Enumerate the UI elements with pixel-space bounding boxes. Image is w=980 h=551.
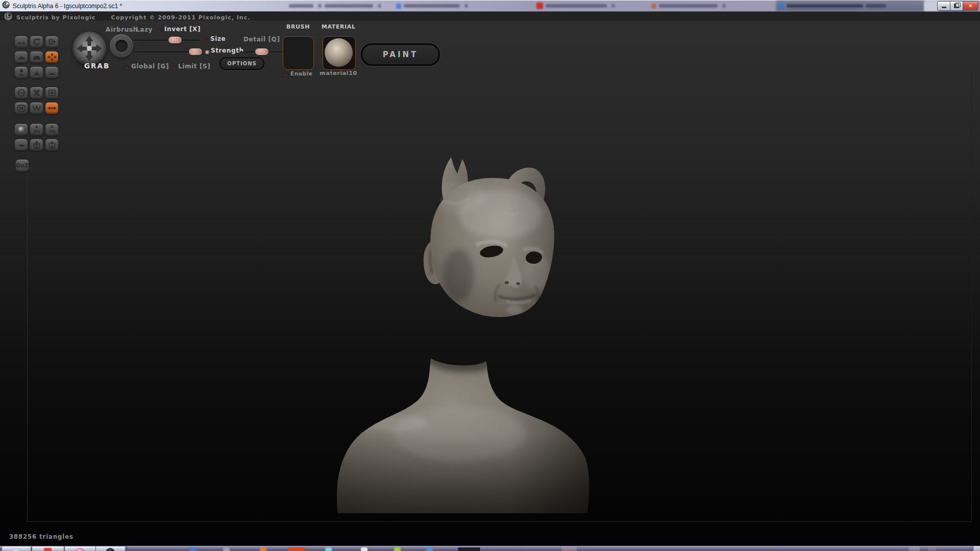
taskbar-app-button[interactable] xyxy=(32,546,64,551)
taskbar[interactable] xyxy=(0,546,980,551)
browser-tab[interactable] xyxy=(533,1,636,11)
taskbar-tray-icon[interactable] xyxy=(223,547,230,551)
tool-new-sphere-button[interactable] xyxy=(14,123,28,136)
material-sphere-preview xyxy=(325,38,353,67)
tool-subdivide-all-button[interactable] xyxy=(45,87,59,99)
window-titlebar[interactable]: Sculptris Alpha 6 - tgsculptcompo2.sc1 *… xyxy=(0,0,980,12)
strength-label[interactable]: Strength xyxy=(211,47,244,54)
browser-tab[interactable] xyxy=(776,1,927,11)
goz-button[interactable]: GoZ xyxy=(15,159,29,172)
triangle-count: 388256 triangles xyxy=(9,533,74,540)
tool-wireframe-button[interactable] xyxy=(30,102,43,114)
viewport-right-edge xyxy=(971,71,972,522)
brush-enable-radio[interactable] xyxy=(284,73,288,77)
tool-draw-button[interactable] xyxy=(14,51,28,63)
tool-crease-button[interactable] xyxy=(14,36,28,48)
size-label[interactable]: Size xyxy=(210,35,226,42)
material-panel-title: MATERIAL xyxy=(322,23,355,30)
sculpted-bust-model[interactable] xyxy=(306,148,623,520)
svg-text:M: M xyxy=(19,106,23,111)
tool-rotate-button[interactable] xyxy=(30,36,43,48)
taskbar-app-button[interactable] xyxy=(96,546,125,551)
size-slider[interactable] xyxy=(134,40,200,41)
invert-radio[interactable] xyxy=(158,29,162,33)
strength-radio[interactable] xyxy=(205,50,209,54)
brush-panel-title: BRUSH xyxy=(283,23,313,30)
taskbar-app-icon xyxy=(12,548,21,551)
taskbar-highlight xyxy=(909,547,920,551)
paint-mode-button[interactable]: PAINT xyxy=(361,43,440,66)
tool-flatten-button[interactable] xyxy=(30,51,43,63)
viewport-left-edge xyxy=(27,71,28,522)
tool-import-obj-button[interactable]: OBJ xyxy=(30,123,43,136)
taskbar-tray-icon[interactable] xyxy=(325,547,332,551)
restore-button[interactable] xyxy=(950,1,963,11)
taskbar-window-thumbnail[interactable] xyxy=(457,547,481,551)
airbrush-label[interactable]: Airbrush xyxy=(106,26,138,33)
window-title: Sculptris Alpha 6 - tgsculptcompo2.sc1 * xyxy=(13,3,122,10)
tool-smooth-button[interactable] xyxy=(45,66,59,79)
options-button[interactable]: OPTIONS xyxy=(219,57,264,70)
grab-navigation-ball[interactable] xyxy=(72,32,106,65)
tool-inflate-button[interactable] xyxy=(14,66,28,79)
tool-pinch-button[interactable] xyxy=(30,66,43,79)
tool-grab-button[interactable] xyxy=(45,51,59,63)
global-label[interactable]: Global [G] xyxy=(131,63,169,70)
brand-text: Sculptris by Pixologic xyxy=(16,14,96,21)
screen: Sculptris Alpha 6 - tgsculptcompo2.sc1 *… xyxy=(0,0,980,551)
strength-slider-handle[interactable] xyxy=(189,48,202,55)
taskbar-app-button[interactable] xyxy=(2,546,31,551)
tool-export-obj-button[interactable]: OBJ xyxy=(45,123,59,136)
tool-reduce-selected-button[interactable] xyxy=(30,87,43,99)
global-radio[interactable] xyxy=(125,66,129,70)
lazy-ring-button[interactable] xyxy=(110,34,133,58)
material-name: material10 xyxy=(320,70,357,77)
size-radio[interactable] xyxy=(204,38,208,42)
taskbar-tray-icon[interactable] xyxy=(260,547,266,551)
background-browser-tabs xyxy=(240,0,939,11)
tool-mask-button[interactable]: M xyxy=(14,102,28,114)
taskbar-app-button[interactable] xyxy=(65,546,95,551)
detail-slider-handle[interactable] xyxy=(255,48,268,55)
taskbar-tray-icon[interactable] xyxy=(426,547,433,551)
tool-open-file-button[interactable] xyxy=(30,139,43,151)
tool-save-file-button[interactable] xyxy=(45,139,59,151)
taskbar-tray-icon[interactable] xyxy=(394,547,401,551)
invert-label[interactable]: Invert [X] xyxy=(164,26,201,33)
svg-text:OBJ: OBJ xyxy=(33,130,40,134)
active-tool-name: GRAB xyxy=(84,62,110,70)
tool-reduce-brush-button[interactable] xyxy=(14,87,28,99)
detail-slider[interactable] xyxy=(240,52,283,53)
taskbar-app-icon xyxy=(76,548,84,551)
app-icon xyxy=(2,1,10,11)
limit-radio[interactable] xyxy=(172,66,176,70)
detail-label[interactable]: Detail [Q] xyxy=(243,36,280,43)
four-way-arrows-icon xyxy=(72,32,106,65)
tab-favicon xyxy=(779,4,784,9)
taskbar-tray-icon[interactable] xyxy=(288,547,305,551)
close-button[interactable]: ✕ xyxy=(963,1,978,11)
taskbar-tray-icon[interactable] xyxy=(361,547,368,551)
copyright-text: Copyright © 2009-2011 Pixologic, Inc. xyxy=(111,14,251,21)
limit-label[interactable]: Limit [S] xyxy=(178,63,210,70)
tool-scale-button[interactable] xyxy=(45,36,59,48)
restore-icon xyxy=(954,4,959,8)
minimize-button[interactable] xyxy=(937,1,950,11)
taskbar-tray-icon[interactable] xyxy=(190,547,197,551)
strength-slider[interactable] xyxy=(134,52,203,53)
brush-enable-label[interactable]: Enable xyxy=(290,70,313,77)
browser-tab[interactable] xyxy=(322,1,397,11)
sculptris-logo-icon xyxy=(4,12,12,22)
lazy-label[interactable]: Lazy xyxy=(136,26,153,33)
show-desktop-button[interactable] xyxy=(973,546,980,551)
browser-tab[interactable] xyxy=(648,1,746,11)
taskbar-app-icon xyxy=(106,548,115,551)
material-thumbnail[interactable] xyxy=(323,36,356,70)
brush-thumbnail[interactable] xyxy=(283,36,314,70)
taskbar-highlight xyxy=(561,547,577,551)
size-slider-handle[interactable] xyxy=(168,37,182,43)
browser-tab[interactable] xyxy=(393,1,486,11)
tool-symmetry-button[interactable] xyxy=(45,102,59,114)
viewport-bottom-edge xyxy=(27,521,972,522)
tool-new-plane-button[interactable] xyxy=(14,139,28,151)
